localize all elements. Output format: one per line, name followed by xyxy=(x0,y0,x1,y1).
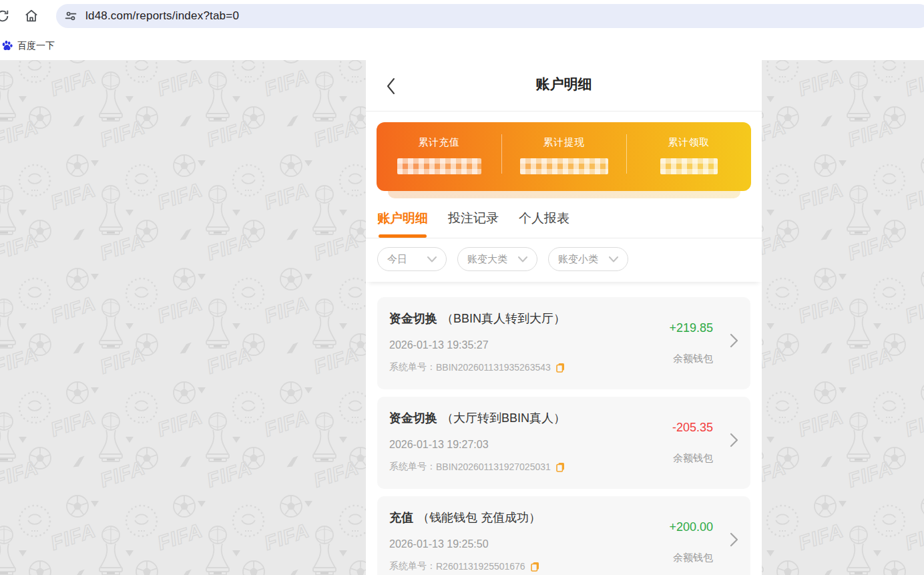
browser-toolbar: ld48.com/reports/index?tab=0 xyxy=(0,0,924,31)
stat-masked-value xyxy=(520,158,608,174)
stat-masked-value xyxy=(397,158,481,174)
transaction-datetime: 2026-01-13 19:27:03 xyxy=(389,439,650,451)
transaction-row[interactable]: 充值（钱能钱包 充值成功） 2026-01-13 19:25:50 系统单号：R… xyxy=(377,496,750,575)
transaction-type: 资金切换 xyxy=(389,411,437,425)
tab-underline xyxy=(379,234,427,238)
transaction-type: 充值 xyxy=(389,511,413,524)
app-panel: 账户明细 累计充值 累计提现 累计领取 账户明细 投注记录 个人报表 今日 账变… xyxy=(366,60,762,575)
stat-label: 累计领取 xyxy=(626,136,751,149)
tab-label: 账户明细 xyxy=(377,211,428,225)
tab-0[interactable]: 账户明细 xyxy=(377,210,428,238)
transaction-row[interactable]: 资金切换（大厅转到BBIN真人） 2026-01-13 19:27:03 系统单… xyxy=(377,397,750,489)
home-icon[interactable] xyxy=(24,9,39,23)
stat-label: 累计提现 xyxy=(501,136,626,149)
summary-card-shadow xyxy=(388,191,740,198)
chevron-down-icon xyxy=(518,256,527,262)
chevron-down-icon xyxy=(427,256,437,262)
transaction-list: 资金切换（BBIN真人转到大厅） 2026-01-13 19:35:27 系统单… xyxy=(366,282,762,575)
transaction-title: 资金切换（BBIN真人转到大厅） xyxy=(389,311,650,327)
copy-icon[interactable] xyxy=(556,462,565,472)
tab-label: 个人报表 xyxy=(519,211,569,225)
filter-dropdown[interactable]: 今日 xyxy=(377,247,447,271)
transaction-amount: +200.00 xyxy=(669,520,713,534)
site-settings-icon[interactable] xyxy=(64,9,77,23)
copy-icon[interactable] xyxy=(556,363,565,373)
transaction-side: -205.35 余额钱包 xyxy=(672,421,713,465)
wallet-label: 余额钱包 xyxy=(669,353,713,365)
filter-dropdown[interactable]: 账变大类 xyxy=(457,247,537,271)
order-label: 系统单号： xyxy=(389,461,436,473)
order-label: 系统单号： xyxy=(389,361,436,373)
wallet-label: 余额钱包 xyxy=(669,552,713,564)
bookmark-baidu[interactable]: 百度一下 xyxy=(17,40,55,52)
transaction-detail: （钱能钱包 充值成功） xyxy=(417,511,541,524)
filter-dropdown[interactable]: 账变小类 xyxy=(548,247,628,271)
address-bar[interactable]: ld48.com/reports/index?tab=0 xyxy=(56,4,924,28)
copy-icon[interactable] xyxy=(531,562,539,572)
tab-2[interactable]: 个人报表 xyxy=(519,210,569,238)
stat-label: 累计充值 xyxy=(377,136,501,149)
transaction-side: +200.00 余额钱包 xyxy=(669,520,713,564)
tab-underline xyxy=(449,234,497,238)
transaction-row[interactable]: 资金切换（BBIN真人转到大厅） 2026-01-13 19:35:27 系统单… xyxy=(377,297,750,389)
chevron-right-icon[interactable] xyxy=(730,433,738,447)
transaction-datetime: 2026-01-13 19:25:50 xyxy=(389,538,650,550)
page-title: 账户明细 xyxy=(366,75,762,93)
summary-stat: 累计领取 xyxy=(626,122,751,191)
tab-bar: 账户明细 投注记录 个人报表 xyxy=(366,198,762,238)
transaction-detail: （大厅转到BBIN真人） xyxy=(441,411,565,425)
filter-bar: 今日 账变大类 账变小类 xyxy=(366,238,762,282)
transaction-order: 系统单号：BBIN202601131927025031 xyxy=(389,461,650,473)
chevron-right-icon[interactable] xyxy=(730,333,738,348)
transaction-order: 系统单号：BBIN202601131935263543 xyxy=(389,361,650,373)
transaction-order: 系统单号：R2601131925501676 xyxy=(389,560,650,572)
tab-label: 投注记录 xyxy=(448,211,499,225)
bookmarks-bar: 百度一下 xyxy=(0,31,924,60)
filter-label: 账变大类 xyxy=(467,253,507,266)
wallet-label: 余额钱包 xyxy=(672,452,713,465)
order-number: R2601131925501676 xyxy=(436,561,525,572)
refresh-icon[interactable] xyxy=(0,9,10,23)
transaction-amount: +219.85 xyxy=(669,321,713,335)
chevron-right-icon[interactable] xyxy=(730,532,738,547)
transaction-amount: -205.35 xyxy=(672,421,713,435)
page-background: FIFA 账户明细 累计充值 累计提现 xyxy=(0,60,924,575)
summary-stat: 累计充值 xyxy=(377,122,501,191)
transaction-detail: （BBIN真人转到大厅） xyxy=(441,312,565,325)
order-number: BBIN202601131927025031 xyxy=(436,461,551,472)
chevron-down-icon xyxy=(609,256,618,262)
summary-card: 累计充值 累计提现 累计领取 xyxy=(377,122,751,191)
order-number: BBIN202601131935263543 xyxy=(436,362,551,373)
baidu-favicon xyxy=(1,40,13,51)
summary-stat: 累计提现 xyxy=(501,122,626,191)
transaction-title: 充值（钱能钱包 充值成功） xyxy=(389,510,650,526)
filter-label: 账变小类 xyxy=(558,253,598,266)
transaction-side: +219.85 余额钱包 xyxy=(669,321,713,365)
filter-label: 今日 xyxy=(387,253,407,266)
stat-masked-value xyxy=(660,158,718,174)
transaction-datetime: 2026-01-13 19:35:27 xyxy=(389,339,650,351)
page-header: 账户明细 xyxy=(366,60,762,112)
tab-1[interactable]: 投注记录 xyxy=(448,210,499,238)
tab-underline xyxy=(520,234,568,238)
url-text[interactable]: ld48.com/reports/index?tab=0 xyxy=(85,9,239,23)
order-label: 系统单号： xyxy=(389,560,436,572)
transaction-title: 资金切换（大厅转到BBIN真人） xyxy=(389,410,650,426)
transaction-type: 资金切换 xyxy=(389,312,437,325)
